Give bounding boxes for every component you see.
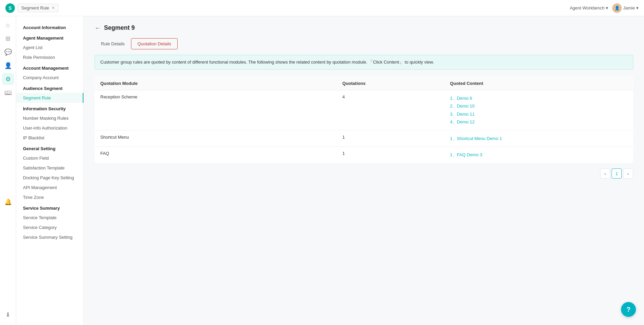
audience-segment-title: Audience Segment: [16, 83, 83, 93]
topbar-left: S Segment Rule ✕: [5, 3, 58, 13]
quotation-table: Quotation Module Quotations Quoted Conte…: [95, 76, 633, 163]
table-header: Quotation Module Quotations Quoted Conte…: [95, 77, 633, 90]
table-row: FAQ11、FAQ Demo 3: [95, 146, 633, 163]
segment-rule-tab[interactable]: Segment Rule ✕: [18, 4, 58, 12]
main-content: ← Segment 9 Rule Details Quotation Detai…: [84, 16, 644, 325]
sidebar-item-service-template[interactable]: Service Template: [16, 213, 83, 223]
sidebar-item-user-info-auth[interactable]: User-info Authorization: [16, 123, 83, 133]
cell-quotations: 1: [337, 130, 445, 146]
cell-content: 1、Demo 62、Demo 103、Demo 114、Demo 12: [445, 90, 633, 131]
tabs-container: Rule Details Quotation Details: [95, 38, 633, 49]
notifications-icon[interactable]: 🔔: [2, 196, 14, 208]
topbar: S Segment Rule ✕ Agent Workbench ▾ 👤 Jam…: [0, 0, 644, 16]
icon-rail: ⌂ ⊞ 💬 👤 ⚙ 📖 🔔 ⬇: [0, 16, 16, 325]
close-tab-icon[interactable]: ✕: [52, 6, 55, 10]
table-row: Reception Scheme41、Demo 62、Demo 103、Demo…: [95, 90, 633, 131]
account-information-title: Account Information: [16, 22, 83, 32]
page-header: ← Segment 9: [95, 24, 633, 31]
agent-workbench-label: Agent Workbench: [570, 5, 604, 10]
sidebar-item-agent-list[interactable]: Agent List: [16, 43, 83, 52]
sidebar-item-custom-field[interactable]: Custom Field: [16, 153, 83, 163]
app-logo: S: [5, 3, 15, 13]
main-layout: ⌂ ⊞ 💬 👤 ⚙ 📖 🔔 ⬇ Account Information Agen…: [0, 16, 644, 325]
grid-icon[interactable]: ⊞: [2, 32, 14, 45]
chat-icon[interactable]: 💬: [2, 46, 14, 58]
quoted-content-link[interactable]: 4、Demo 12: [450, 118, 627, 126]
sidebar-item-company-account[interactable]: Company Account: [16, 73, 83, 83]
quoted-content-link[interactable]: 1、Demo 6: [450, 94, 627, 102]
avatar: 👤: [612, 3, 622, 13]
user-name-label: Jamie: [623, 5, 635, 10]
col-header-module: Quotation Module: [95, 77, 337, 90]
topbar-right: Agent Workbench ▾ 👤 Jamie ▾: [570, 3, 639, 13]
sidebar: Account Information Agent Management Age…: [16, 16, 84, 325]
table-row: Shortcut Menu11、Shortcut Menu Demo 1: [95, 130, 633, 146]
user-menu-dropdown[interactable]: 👤 Jamie ▾: [612, 3, 639, 13]
user-chevron: ▾: [636, 5, 639, 10]
sidebar-item-segment-rule[interactable]: Segment Rule: [16, 93, 83, 103]
tab-label: Segment Rule: [21, 5, 49, 10]
contacts-icon[interactable]: 👤: [2, 60, 14, 72]
pagination-next[interactable]: ›: [623, 168, 633, 179]
docs-icon[interactable]: 📖: [2, 87, 14, 99]
service-summary-title: Service Summary: [16, 202, 83, 213]
sidebar-item-number-masking[interactable]: Number Masking Rules: [16, 113, 83, 123]
cell-content: 1、Shortcut Menu Demo 1: [445, 130, 633, 146]
pagination-prev[interactable]: ‹: [600, 168, 610, 179]
table-body: Reception Scheme41、Demo 62、Demo 103、Demo…: [95, 90, 633, 163]
settings-icon[interactable]: ⚙: [2, 73, 14, 85]
sidebar-item-role-permission[interactable]: Role Permission: [16, 52, 83, 62]
quoted-content-link[interactable]: 1、Shortcut Menu Demo 1: [450, 135, 627, 142]
back-button[interactable]: ←: [95, 25, 101, 31]
info-banner: Customer group rules are quoted by conte…: [95, 55, 633, 70]
quoted-content-link[interactable]: 3、Demo 11: [450, 110, 627, 118]
information-security-title: Information Security: [16, 103, 83, 113]
general-setting-title: General Setting: [16, 143, 83, 153]
pagination-current[interactable]: 1: [612, 168, 622, 179]
agent-workbench-chevron: ▾: [606, 5, 608, 10]
cell-module: Reception Scheme: [95, 90, 337, 131]
cell-quotations: 4: [337, 90, 445, 131]
col-header-content: Quoted Content: [445, 77, 633, 90]
cell-module: FAQ: [95, 146, 337, 163]
sidebar-item-service-summary-setting[interactable]: Service Summary Setting: [16, 232, 83, 242]
sidebar-item-ip-blacklist[interactable]: IP Blacklist: [16, 133, 83, 143]
col-header-quotations: Quotations: [337, 77, 445, 90]
pagination: ‹ 1 ›: [95, 168, 633, 179]
help-button[interactable]: ?: [621, 302, 636, 317]
agent-workbench-dropdown[interactable]: Agent Workbench ▾: [570, 5, 608, 10]
sidebar-item-satisfaction-template[interactable]: Satisfaction Template: [16, 163, 83, 173]
tab-quotation-details[interactable]: Quotation Details: [131, 38, 178, 49]
quoted-content-link[interactable]: 1、FAQ Demo 3: [450, 151, 627, 159]
sidebar-item-service-category[interactable]: Service Category: [16, 223, 83, 232]
page-title: Segment 9: [104, 24, 135, 31]
home-icon[interactable]: ⌂: [2, 19, 14, 31]
account-management-title: Account Management: [16, 62, 83, 73]
sidebar-item-time-zone[interactable]: Time Zone: [16, 192, 83, 202]
download-icon[interactable]: ⬇: [2, 309, 14, 321]
cell-quotations: 1: [337, 146, 445, 163]
cell-module: Shortcut Menu: [95, 130, 337, 146]
sidebar-item-api-management[interactable]: API Management: [16, 183, 83, 192]
sidebar-item-docking-page[interactable]: Docking Page Key Setting: [16, 173, 83, 183]
tab-rule-details[interactable]: Rule Details: [95, 38, 131, 49]
agent-management-title: Agent Management: [16, 32, 83, 43]
cell-content: 1、FAQ Demo 3: [445, 146, 633, 163]
quoted-content-link[interactable]: 2、Demo 10: [450, 102, 627, 110]
